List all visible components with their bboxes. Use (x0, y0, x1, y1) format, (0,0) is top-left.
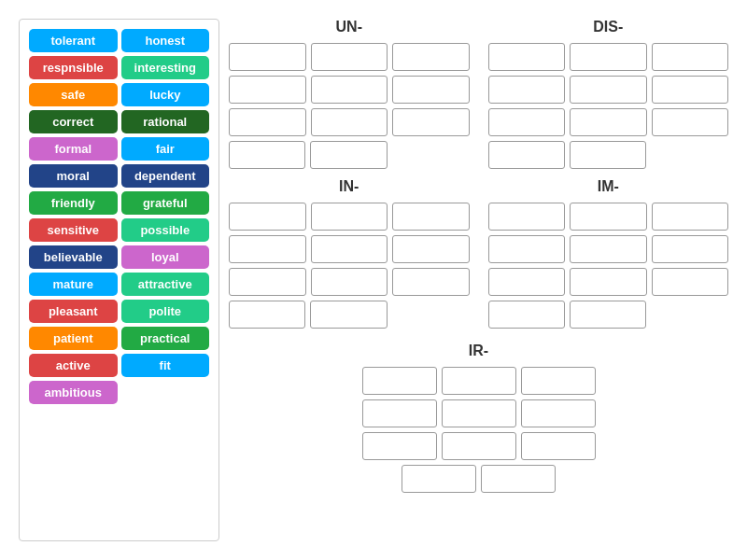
right-panel: UN- DIS- (229, 19, 728, 541)
drop-box[interactable] (392, 235, 470, 263)
drop-box[interactable] (521, 367, 596, 395)
drop-box[interactable] (229, 301, 305, 329)
word-chip[interactable]: dependent (121, 164, 210, 188)
drop-box[interactable] (311, 235, 388, 263)
drop-box[interactable] (570, 76, 647, 104)
word-chip[interactable]: honest (121, 29, 210, 52)
drop-box[interactable] (311, 108, 388, 136)
word-chip[interactable]: interesting (121, 56, 210, 79)
word-chip[interactable]: attractive (121, 273, 210, 296)
word-chip[interactable]: correct (29, 110, 118, 133)
word-chip[interactable]: patient (29, 327, 118, 350)
word-chip[interactable]: fair (121, 137, 210, 161)
drop-box[interactable] (652, 268, 729, 296)
drop-box[interactable] (229, 203, 306, 231)
ir-row-2 (362, 399, 596, 427)
word-bank: toleranthonestrespnsibleinterestingsafel… (19, 19, 219, 541)
drop-box[interactable] (392, 43, 470, 71)
drop-box[interactable] (392, 268, 470, 296)
im-title: IM- (488, 178, 729, 195)
ir-row-4 (402, 465, 556, 493)
drop-box[interactable] (362, 399, 437, 427)
drop-box[interactable] (652, 108, 729, 136)
drop-box[interactable] (392, 108, 470, 136)
drop-box[interactable] (229, 141, 305, 169)
un-grid-1 (229, 43, 470, 136)
un-title: UN- (229, 19, 470, 35)
drop-box[interactable] (570, 43, 647, 71)
drop-box[interactable] (392, 203, 470, 231)
drop-box[interactable] (229, 235, 306, 263)
drop-box[interactable] (442, 367, 516, 395)
drop-box[interactable] (488, 301, 565, 329)
drop-box[interactable] (481, 465, 556, 493)
drop-box[interactable] (229, 268, 306, 296)
drop-box[interactable] (311, 76, 388, 104)
drop-box[interactable] (570, 268, 647, 296)
drop-box[interactable] (652, 43, 729, 71)
drop-box[interactable] (652, 76, 729, 104)
drop-box[interactable] (488, 43, 566, 71)
drop-box[interactable] (488, 235, 566, 263)
ir-row-3 (362, 432, 596, 460)
drop-box[interactable] (310, 301, 387, 329)
ir-inner (229, 367, 728, 493)
drop-box[interactable] (652, 203, 729, 231)
word-chip[interactable]: formal (29, 137, 118, 161)
word-chip[interactable]: rational (121, 110, 210, 133)
word-chip[interactable]: pleasant (29, 300, 118, 323)
dis-section: DIS- (488, 19, 729, 169)
word-chip[interactable]: friendly (29, 191, 118, 215)
drop-box[interactable] (229, 76, 306, 104)
drop-box[interactable] (488, 268, 566, 296)
word-chip[interactable]: mature (29, 273, 118, 296)
drop-box[interactable] (488, 203, 566, 231)
drop-box[interactable] (521, 432, 596, 460)
in-section: IN- (229, 178, 470, 329)
drop-box[interactable] (570, 108, 647, 136)
word-chip[interactable]: polite (121, 300, 210, 323)
dis-grid-1 (488, 43, 729, 136)
drop-box[interactable] (229, 43, 306, 71)
word-chip[interactable]: fit (121, 354, 210, 377)
drop-box[interactable] (488, 76, 566, 104)
drop-box[interactable] (311, 203, 388, 231)
word-chip[interactable]: safe (29, 83, 118, 106)
drop-box[interactable] (442, 432, 516, 460)
word-chip[interactable]: grateful (121, 191, 210, 215)
drop-box[interactable] (362, 367, 437, 395)
drop-box[interactable] (442, 399, 516, 427)
word-chip[interactable]: loyal (121, 245, 210, 269)
drop-box[interactable] (392, 76, 470, 104)
drop-box[interactable] (570, 203, 647, 231)
word-chip[interactable]: lucky (121, 83, 210, 106)
word-chip[interactable]: tolerant (29, 29, 118, 52)
word-chip[interactable]: sensitive (29, 218, 118, 242)
drop-box[interactable] (311, 43, 388, 71)
word-chip[interactable]: practical (121, 327, 210, 350)
drop-box[interactable] (229, 108, 306, 136)
drop-box[interactable] (570, 301, 646, 329)
drop-box[interactable] (570, 235, 647, 263)
drop-box[interactable] (652, 235, 729, 263)
ir-section: IR- (229, 343, 728, 493)
drop-box[interactable] (310, 141, 387, 169)
word-chip[interactable]: moral (29, 164, 118, 188)
word-chip[interactable]: active (29, 354, 118, 377)
top-sections: UN- DIS- (229, 19, 728, 169)
in-title: IN- (229, 178, 470, 195)
un-section: UN- (229, 19, 470, 169)
drop-box[interactable] (402, 465, 476, 493)
drop-box[interactable] (362, 432, 437, 460)
drop-box[interactable] (488, 141, 565, 169)
drop-box[interactable] (570, 141, 646, 169)
drop-box[interactable] (311, 268, 388, 296)
middle-sections: IN- IM- (229, 178, 728, 329)
word-chip[interactable]: ambitious (29, 381, 118, 404)
word-chip[interactable]: believable (29, 245, 118, 269)
un-grid-2 (229, 141, 388, 169)
drop-box[interactable] (521, 399, 596, 427)
drop-box[interactable] (488, 108, 566, 136)
word-chip[interactable]: possible (121, 218, 210, 242)
word-chip[interactable]: respnsible (29, 56, 118, 79)
